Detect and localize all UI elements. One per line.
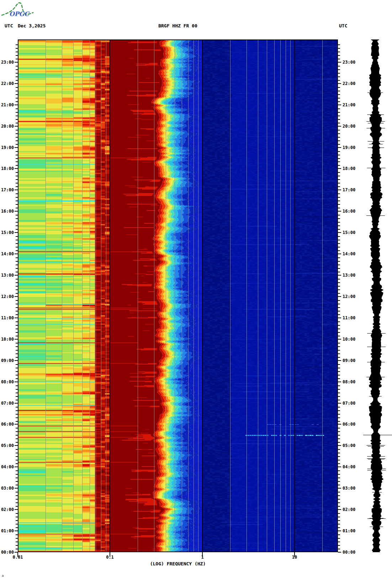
hour-label-right: 13:00	[343, 273, 355, 278]
y-minor-tick-left	[16, 116, 18, 116]
y-major-tick-left	[15, 211, 18, 212]
y-minor-tick-left	[16, 193, 18, 194]
y-major-tick-right	[338, 275, 341, 276]
y-major-tick-left	[15, 168, 18, 169]
y-minor-tick-left	[16, 542, 18, 542]
y-minor-tick-left	[16, 201, 18, 201]
x-tick-label: 0.01	[10, 555, 26, 560]
y-major-tick-left	[15, 232, 18, 233]
y-minor-tick-right	[338, 243, 340, 244]
y-major-tick-right	[338, 424, 341, 425]
y-minor-tick-left	[16, 268, 18, 269]
y-major-tick-right	[338, 190, 341, 190]
y-minor-tick-left	[16, 119, 18, 120]
y-minor-tick-left	[16, 69, 18, 70]
y-major-tick-left	[15, 509, 18, 510]
hour-label-right: 05:00	[343, 443, 355, 448]
y-minor-tick-right	[338, 499, 340, 500]
y-minor-tick-left	[16, 197, 18, 198]
y-minor-tick-right	[338, 407, 340, 407]
y-minor-tick-right	[338, 268, 340, 269]
y-minor-tick-left	[16, 222, 18, 223]
y-minor-tick-left	[16, 66, 18, 66]
y-minor-tick-right	[338, 421, 340, 422]
hour-label-right: 15:00	[343, 230, 355, 235]
y-minor-tick-right	[338, 520, 340, 521]
y-minor-tick-left	[16, 463, 18, 464]
y-minor-tick-left	[16, 495, 18, 496]
y-minor-tick-left	[16, 240, 18, 240]
y-minor-tick-right	[338, 321, 340, 322]
y-minor-tick-right	[338, 286, 340, 287]
y-minor-tick-left	[16, 243, 18, 244]
y-minor-tick-right	[338, 428, 340, 428]
hour-label-left: 23:00	[0, 60, 14, 65]
y-minor-tick-left	[16, 385, 18, 386]
y-minor-tick-right	[338, 48, 340, 49]
x-tick-label: 10	[287, 555, 302, 560]
y-minor-tick-right	[338, 222, 340, 223]
y-minor-tick-left	[16, 186, 18, 187]
x-axis-title: (LOG) FREQUENCY (HZ)	[18, 561, 338, 566]
y-minor-tick-left	[16, 378, 18, 379]
y-minor-tick-left	[16, 502, 18, 503]
y-minor-tick-right	[338, 346, 340, 347]
y-minor-tick-right	[338, 329, 340, 329]
y-minor-tick-right	[338, 52, 340, 52]
y-minor-tick-left	[16, 183, 18, 183]
y-minor-tick-left	[16, 435, 18, 436]
y-minor-tick-right	[338, 410, 340, 411]
y-minor-tick-right	[338, 449, 340, 450]
y-minor-tick-left	[16, 506, 18, 507]
event-marker-line	[363, 435, 392, 435]
hour-label-right: 07:00	[343, 401, 355, 406]
y-minor-tick-right	[338, 481, 340, 482]
y-minor-tick-right	[338, 542, 340, 542]
y-minor-tick-left	[16, 400, 18, 400]
y-minor-tick-right	[338, 91, 340, 91]
y-minor-tick-left	[16, 133, 18, 134]
hour-label-right: 06:00	[343, 422, 355, 427]
y-minor-tick-right	[338, 300, 340, 301]
hour-label-right: 23:00	[343, 60, 355, 65]
y-minor-tick-left	[16, 144, 18, 145]
y-minor-tick-left	[16, 438, 18, 439]
hour-label-left: 13:00	[0, 273, 14, 278]
y-minor-tick-right	[338, 119, 340, 120]
y-minor-tick-left	[16, 140, 18, 141]
hour-label-right: 22:00	[343, 81, 355, 86]
y-major-tick-left	[15, 339, 18, 340]
y-major-tick-right	[338, 531, 341, 531]
y-minor-tick-right	[338, 368, 340, 368]
y-minor-tick-left	[16, 453, 18, 453]
y-major-tick-right	[338, 339, 341, 340]
y-minor-tick-left	[16, 172, 18, 173]
y-minor-tick-left	[16, 286, 18, 287]
hour-label-right: 09:00	[343, 358, 355, 363]
hour-label-right: 18:00	[343, 166, 355, 171]
y-minor-tick-left	[16, 329, 18, 329]
y-minor-tick-right	[338, 492, 340, 492]
hour-label-left: 16:00	[0, 209, 14, 214]
y-minor-tick-right	[338, 513, 340, 514]
y-minor-tick-right	[338, 151, 340, 152]
y-minor-tick-right	[338, 144, 340, 145]
y-major-tick-left	[15, 190, 18, 190]
y-minor-tick-left	[16, 80, 18, 81]
y-major-tick-left	[15, 296, 18, 297]
y-minor-tick-right	[338, 257, 340, 258]
y-minor-tick-left	[16, 325, 18, 326]
y-minor-tick-left	[16, 155, 18, 155]
y-minor-tick-right	[338, 332, 340, 333]
y-minor-tick-right	[338, 44, 340, 45]
y-minor-tick-right	[338, 197, 340, 198]
y-minor-tick-right	[338, 364, 340, 365]
y-minor-tick-right	[338, 400, 340, 400]
y-minor-tick-right	[338, 438, 340, 439]
y-minor-tick-right	[338, 229, 340, 230]
utc-label-left: UTC	[5, 23, 13, 28]
y-minor-tick-left	[16, 91, 18, 91]
hour-label-right: 00:00	[343, 550, 355, 555]
y-minor-tick-left	[16, 293, 18, 294]
hour-label-left: 17:00	[0, 187, 14, 192]
